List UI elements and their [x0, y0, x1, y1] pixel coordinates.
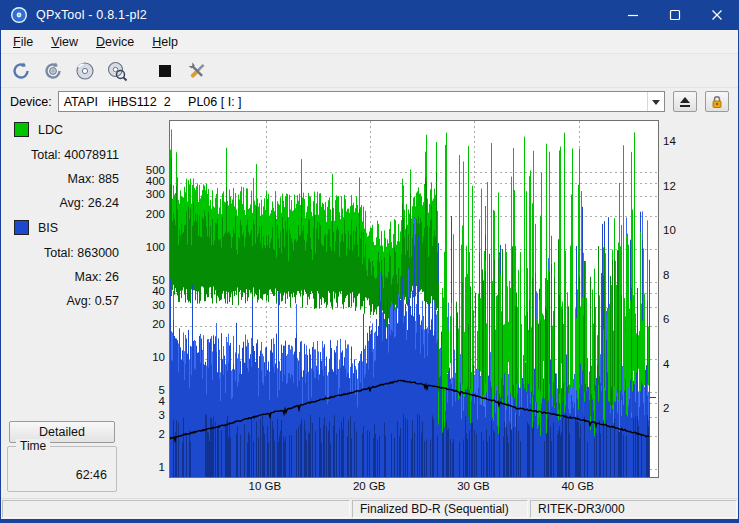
y-axis-left-tick: 3 [127, 409, 165, 421]
disc-search-button[interactable] [104, 58, 130, 84]
stop-button[interactable] [152, 58, 178, 84]
scan-disc-icon [42, 60, 64, 82]
disc-media-icon [74, 60, 96, 82]
maximize-icon [669, 9, 681, 21]
scan-disc-button[interactable] [40, 58, 66, 84]
time-value: 62:46 [76, 468, 107, 482]
lock-button[interactable] [705, 91, 729, 112]
y-axis-left-tick: 30 [127, 299, 165, 311]
title-bar: QPxTool - 0.8.1-pl2 [1, 0, 738, 30]
quality-chart: 5004003002001005040302010543211412108642… [127, 114, 738, 498]
y-axis-right-tick: 10 [663, 224, 695, 236]
device-bar: Device: ATAPI iHBS112 2 PL06 [ I: ] [1, 89, 738, 114]
device-select-value: ATAPI iHBS112 2 PL06 [ I: ] [64, 95, 242, 109]
lock-icon [710, 95, 724, 109]
bis-swatch [14, 220, 29, 235]
x-axis-tick: 20 GB [345, 480, 393, 492]
chart-area: 5004003002001005040302010543211412108642… [127, 114, 738, 498]
status-field-media-type: Finalized BD-R (Sequential) [352, 500, 528, 518]
preferences-button[interactable] [184, 58, 210, 84]
minimize-icon [627, 9, 639, 21]
quality-chart-canvas [169, 120, 659, 478]
scan-start-button[interactable] [8, 58, 34, 84]
menu-item-device[interactable]: Device [87, 32, 143, 52]
y-axis-left-tick: 100 [127, 241, 165, 253]
menu-item-file[interactable]: File [4, 32, 42, 52]
close-button[interactable] [696, 0, 738, 30]
window-title: QPxTool - 0.8.1-pl2 [36, 8, 147, 22]
y-axis-left-tick: 4 [127, 395, 165, 407]
disc-search-icon [106, 60, 128, 82]
y-axis-right-tick: 2 [663, 402, 695, 414]
scan-start-icon [10, 60, 32, 82]
device-select[interactable]: ATAPI iHBS112 2 PL06 [ I: ] [58, 91, 665, 112]
app-icon [10, 6, 28, 24]
y-axis-left-tick: 10 [127, 351, 165, 363]
status-bar: Finalized BD-R (Sequential) RITEK-DR3/00… [1, 498, 738, 519]
ldc-label: LDC [38, 123, 63, 137]
y-axis-left-tick: 200 [127, 208, 165, 220]
eject-button[interactable] [673, 91, 697, 112]
y-axis-right-tick: 6 [663, 313, 695, 325]
x-axis-tick: 40 GB [554, 480, 602, 492]
combo-arrow-icon [647, 92, 664, 111]
bis-avg: Avg: 0.57 [66, 294, 119, 308]
main-content: LDC Total: 40078911 Max: 885 Avg: 26.24 … [1, 114, 738, 498]
preferences-icon [186, 60, 208, 82]
time-groupbox: Time 62:46 [7, 446, 117, 492]
minimize-button[interactable] [612, 0, 654, 30]
x-axis-tick: 10 GB [241, 480, 289, 492]
y-axis-right-tick: 12 [663, 180, 695, 192]
bis-total: Total: 863000 [44, 246, 119, 260]
y-axis-right-tick: 14 [663, 135, 695, 147]
ldc-swatch [14, 122, 29, 137]
menu-item-view[interactable]: View [42, 32, 87, 52]
stats-panel: LDC Total: 40078911 Max: 885 Avg: 26.24 … [1, 114, 127, 498]
ldc-avg: Avg: 26.24 [59, 196, 119, 210]
bis-label: BIS [38, 221, 58, 235]
disc-media-button[interactable] [72, 58, 98, 84]
y-axis-left-tick: 2 [127, 428, 165, 440]
status-field-progress [2, 500, 350, 518]
device-label: Device: [10, 95, 52, 109]
ldc-max: Max: 885 [68, 172, 119, 186]
y-axis-left-tick: 300 [127, 188, 165, 200]
y-axis-left-tick: 400 [127, 175, 165, 187]
close-icon [711, 9, 723, 21]
menu-bar: File View Device Help [1, 30, 738, 54]
maximize-button[interactable] [654, 0, 696, 30]
y-axis-right-tick: 8 [663, 269, 695, 281]
eject-icon [678, 96, 692, 108]
status-field-media-id: RITEK-DR3/000 [530, 500, 737, 518]
y-axis-left-tick: 1 [127, 461, 165, 473]
y-axis-right-tick: 4 [663, 358, 695, 370]
y-axis-left-tick: 40 [127, 285, 165, 297]
ldc-total: Total: 40078911 [31, 148, 119, 162]
menu-item-help[interactable]: Help [143, 32, 187, 52]
stop-icon [154, 60, 176, 82]
x-axis-tick: 30 GB [449, 480, 497, 492]
y-axis-left-tick: 20 [127, 318, 165, 330]
qpxtool-window: QPxTool - 0.8.1-pl2 File View Device Hel… [0, 0, 739, 523]
bis-max: Max: 26 [75, 270, 119, 284]
time-groupbox-label: Time [16, 439, 50, 453]
toolbar [1, 55, 738, 88]
